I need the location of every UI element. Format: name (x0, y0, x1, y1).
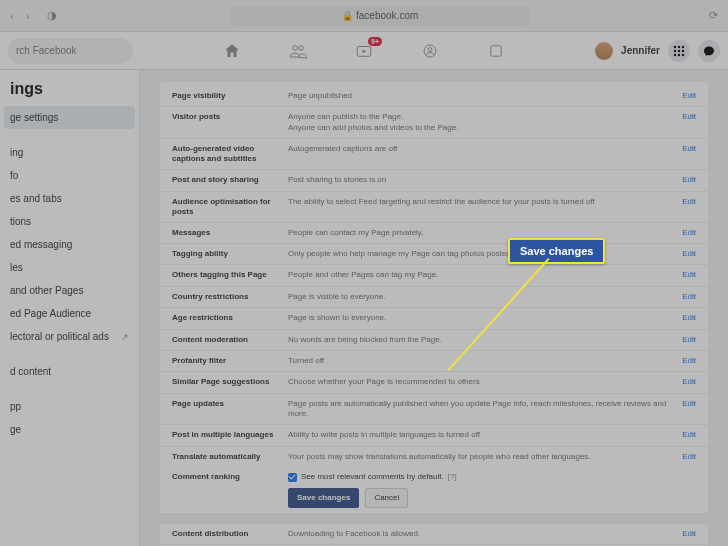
settings-panel: Page visibilityPage unpublishedEditVisit… (160, 82, 708, 546)
groups-icon[interactable] (420, 41, 440, 61)
svg-point-7 (674, 49, 676, 51)
menu-grid-icon[interactable] (668, 40, 690, 62)
edit-link[interactable]: Edit (676, 430, 696, 439)
edit-link[interactable]: Edit (676, 228, 696, 237)
settings-row: Post in multiple languagesAbility to wri… (160, 425, 708, 446)
edit-link[interactable]: Edit (676, 292, 696, 301)
settings-row: Page visibilityPage unpublishedEdit (160, 86, 708, 107)
sidebar-item-label: ed messaging (10, 239, 72, 250)
save-changes-button[interactable]: Save changes (288, 488, 359, 508)
messenger-icon[interactable] (698, 40, 720, 62)
sidebar-item[interactable] (0, 383, 139, 395)
gaming-icon[interactable] (486, 41, 506, 61)
friends-icon[interactable] (288, 41, 308, 61)
setting-value: Anyone can publish to the Page.Anyone ca… (288, 112, 676, 133)
sidebar-item[interactable]: d content (0, 360, 139, 383)
sidebar-item[interactable]: es and tabs (0, 187, 139, 210)
avatar[interactable] (595, 42, 613, 60)
sidebar-item[interactable]: tions (0, 210, 139, 233)
settings-row: Tagging abilityOnly people who help mana… (160, 244, 708, 265)
svg-point-2 (428, 47, 432, 51)
header-right: Jennifer (595, 40, 720, 62)
edit-link[interactable]: Edit (676, 112, 696, 121)
setting-value: Only people who help manage my Page can … (288, 249, 676, 259)
user-name[interactable]: Jennifer (621, 45, 660, 56)
edit-link[interactable]: Edit (676, 270, 696, 279)
setting-label: Content moderation (172, 335, 288, 345)
settings-row: MessagesPeople can contact my Page priva… (160, 223, 708, 244)
sidebar-item-label: tions (10, 216, 31, 227)
fb-header: rch Facebook 9+ Jennifer (0, 32, 728, 70)
setting-label: Translate automatically (172, 452, 288, 462)
sidebar-item[interactable]: ed Page Audience (0, 302, 139, 325)
edit-link[interactable]: Edit (676, 356, 696, 365)
external-link-icon: ↗ (121, 332, 129, 342)
back-icon[interactable]: ‹ (10, 10, 14, 22)
setting-label: Auto-generated video captions and subtit… (172, 144, 288, 164)
setting-value: Your posts may show translations automat… (288, 452, 676, 462)
edit-link[interactable]: Edit (676, 313, 696, 322)
edit-link[interactable]: Edit (676, 175, 696, 184)
settings-row: Similar Page suggestionsChoose whether y… (160, 372, 708, 393)
setting-label: Page updates (172, 399, 288, 409)
setting-label: Post and story sharing (172, 175, 288, 185)
edit-link[interactable]: Edit (676, 335, 696, 344)
setting-value: Page is shown to everyone. (288, 313, 676, 323)
setting-value: Post sharing to stories is on (288, 175, 676, 185)
sidebar-item[interactable]: lectoral or political ads↗ (0, 325, 139, 348)
forward-icon[interactable]: › (26, 10, 30, 22)
sidebar-item[interactable] (0, 348, 139, 360)
edit-link[interactable]: Edit (676, 91, 696, 100)
sidebar-item[interactable] (0, 129, 139, 141)
checkbox-icon[interactable] (288, 473, 297, 482)
watch-icon[interactable]: 9+ (354, 41, 374, 61)
sidebar-item[interactable]: ge (0, 418, 139, 441)
settings-row: Profanity filterTurned offEdit (160, 351, 708, 372)
setting-value: People can contact my Page privately. (288, 228, 676, 238)
edit-link[interactable]: Edit (676, 452, 696, 461)
settings-row: Content distributionDownloading to Faceb… (160, 514, 708, 545)
svg-point-5 (678, 45, 680, 47)
checkbox-label: See most relevant comments by default. (301, 472, 444, 482)
svg-point-9 (682, 49, 684, 51)
sidebar-item[interactable]: pp (0, 395, 139, 418)
svg-point-10 (674, 53, 676, 55)
help-icon[interactable]: [?] (448, 472, 457, 482)
sidebar-item[interactable]: les (0, 256, 139, 279)
shield-icon[interactable]: ◑ (47, 9, 57, 22)
home-icon[interactable] (222, 41, 242, 61)
sidebar-item-label: and other Pages (10, 285, 83, 296)
sidebar-item[interactable]: ed messaging (0, 233, 139, 256)
setting-value: Autogenerated captions are off (288, 144, 676, 154)
setting-label: Post in multiple languages (172, 430, 288, 440)
edit-link[interactable]: Edit (676, 144, 696, 153)
setting-value: Page unpublished (288, 91, 676, 101)
address-bar[interactable]: 🔒 facebook.com (230, 6, 530, 26)
sidebar-item-label: fo (10, 170, 18, 181)
sidebar-item[interactable]: ing (0, 141, 139, 164)
svg-point-4 (674, 45, 676, 47)
edit-link[interactable]: Edit (676, 197, 696, 206)
lock-icon: 🔒 (342, 11, 353, 21)
sidebar-item[interactable]: ge settings (4, 106, 135, 129)
edit-link[interactable]: Edit (676, 399, 696, 408)
search-input[interactable]: rch Facebook (8, 38, 133, 64)
settings-row: Audience optimisation for postsThe abili… (160, 192, 708, 223)
setting-label: Content distribution (172, 529, 288, 539)
setting-value: The ability to select Feed targeting and… (288, 197, 676, 207)
sidebar-item-label: d content (10, 366, 51, 377)
sidebar-title: ings (0, 78, 139, 106)
sidebar: ings ge settingsingfoes and tabstionsed … (0, 70, 140, 546)
edit-link[interactable]: Edit (676, 529, 696, 538)
sidebar-item[interactable]: fo (0, 164, 139, 187)
browser-toolbar: ‹ › ◑ 🔒 facebook.com ⟳ (0, 0, 728, 32)
sidebar-item[interactable]: and other Pages (0, 279, 139, 302)
edit-link[interactable]: Edit (676, 377, 696, 386)
setting-label: Messages (172, 228, 288, 238)
edit-link[interactable]: Edit (676, 249, 696, 258)
setting-label: Country restrictions (172, 292, 288, 302)
setting-value: No words are being blocked from the Page… (288, 335, 676, 345)
reload-icon[interactable]: ⟳ (709, 9, 718, 22)
cancel-button[interactable]: Cancel (365, 488, 408, 508)
sidebar-item-label: lectoral or political ads (10, 331, 109, 342)
